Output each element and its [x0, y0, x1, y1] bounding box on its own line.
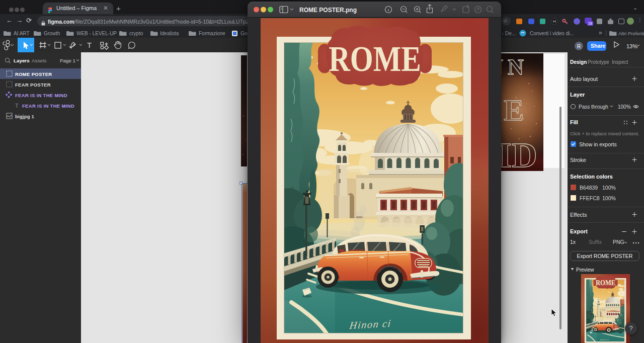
svg-text:Selection colors: Selection colors	[570, 174, 613, 180]
svg-text:ROME POSTER: ROME POSTER	[15, 71, 52, 77]
svg-text:Preview: Preview	[576, 267, 594, 273]
svg-text:13%: 13%	[626, 43, 637, 49]
svg-text:FEAR IS IN THE MIND: FEAR IS IN THE MIND	[22, 103, 74, 109]
svg-text:crypto: crypto	[129, 31, 143, 36]
svg-text:FFEFC8: FFEFC8	[580, 195, 600, 201]
svg-text:ROME: ROME	[329, 38, 421, 78]
svg-text:- De...: - De...	[502, 31, 516, 36]
svg-text:100%: 100%	[602, 195, 616, 201]
svg-text:Pass through: Pass through	[579, 104, 608, 110]
svg-text:Show in exports: Show in exports	[579, 141, 617, 147]
svg-text:Altri Preferiti: Altri Preferiti	[618, 31, 644, 36]
svg-text:Stroke: Stroke	[570, 157, 586, 163]
svg-text:Suffix: Suffix	[589, 239, 602, 245]
svg-text:Export ROME POSTER: Export ROME POSTER	[577, 253, 633, 259]
svg-text:T: T	[15, 103, 19, 109]
svg-text:Formazione: Formazione	[199, 31, 225, 36]
svg-text:Converti i video di...: Converti i video di...	[530, 31, 574, 36]
svg-text:bigjpg 1: bigjpg 1	[15, 114, 35, 119]
svg-text:WEB - LEVEL-UP: WEB - LEVEL-UP	[76, 31, 117, 36]
svg-text:Prototype: Prototype	[588, 59, 609, 65]
svg-text:Fill: Fill	[570, 119, 578, 125]
svg-text:100%: 100%	[618, 104, 631, 110]
svg-text:FEAR POSTER: FEAR POSTER	[15, 82, 51, 88]
svg-text:N: N	[501, 55, 503, 79]
svg-text:Layer: Layer	[570, 92, 585, 98]
svg-text:Share: Share	[591, 43, 605, 49]
svg-text:Click + to replace mixed conte: Click + to replace mixed content.	[570, 131, 639, 136]
svg-text:R: R	[577, 44, 581, 49]
svg-text:»: »	[599, 29, 602, 36]
svg-text:Idealista: Idealista	[160, 31, 179, 36]
svg-text:Design: Design	[570, 59, 587, 65]
svg-text:T: T	[87, 41, 92, 49]
svg-text:1x: 1x	[570, 239, 576, 245]
svg-text:Inspect: Inspect	[612, 59, 628, 65]
svg-text:B64839: B64839	[580, 185, 598, 191]
svg-text:E: E	[504, 94, 524, 127]
svg-text:Auto layout: Auto layout	[570, 76, 598, 82]
svg-text:PNG: PNG	[613, 239, 624, 245]
svg-text:FEAR IS IN THE MIND: FEAR IS IN THE MIND	[15, 93, 67, 98]
svg-text:Growth: Growth	[44, 31, 60, 36]
svg-text:Assets: Assets	[32, 58, 47, 63]
svg-text:Export: Export	[570, 228, 588, 234]
svg-text:AI ART: AI ART	[14, 31, 30, 36]
svg-text:Layers: Layers	[14, 58, 30, 63]
svg-text:N: N	[508, 55, 524, 79]
svg-text:ID: ID	[501, 136, 537, 171]
svg-text:ROME POSTER.png: ROME POSTER.png	[299, 7, 357, 14]
svg-text:Hinon ci: Hinon ci	[349, 318, 392, 331]
svg-text:Page 1: Page 1	[60, 58, 75, 63]
svg-text:Effects: Effects	[570, 212, 587, 218]
svg-text:100%: 100%	[602, 185, 616, 191]
